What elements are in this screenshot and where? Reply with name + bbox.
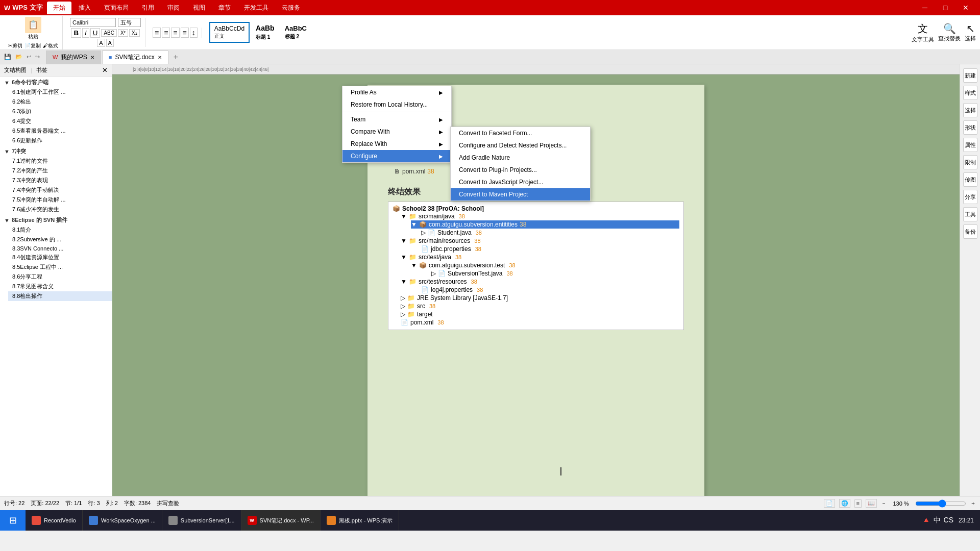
sidebar-item-6-6[interactable]: 6.6更新操作 xyxy=(8,136,112,145)
sidebar-tab-structure[interactable]: 文结构图 xyxy=(4,66,27,74)
menu-profile-as[interactable]: Profile As ▶ xyxy=(342,86,451,98)
zoom-slider[interactable] xyxy=(915,499,966,508)
taskbar-blackboard-pptx[interactable]: 黑板.pptx - WPS 演示 xyxy=(321,510,400,531)
menu-restore-history[interactable]: Restore from Local History... xyxy=(342,98,451,111)
submenu-convert-js[interactable]: Convert to JavaScript Project... xyxy=(451,176,590,188)
sidebar-item-7-5[interactable]: 7.5冲突的半自动解 ... xyxy=(8,195,112,205)
font-size-input[interactable] xyxy=(118,18,141,27)
tab-chapter[interactable]: 章节 xyxy=(212,2,237,14)
doc-tab-my-wps[interactable]: W 我的WPS ✕ xyxy=(46,51,101,64)
strikethrough-button[interactable]: ABC xyxy=(101,29,117,37)
select-all-button[interactable]: 选择 xyxy=(963,103,977,117)
share-button[interactable]: 分享 xyxy=(963,190,977,204)
format-brush[interactable]: 🖌格式 xyxy=(43,42,58,49)
align-right-button[interactable]: ≡ xyxy=(171,28,179,38)
sidebar-item-6-3[interactable]: 6.3添加 xyxy=(8,107,112,116)
style-panel-button[interactable]: 样式 xyxy=(963,86,977,100)
quick-open[interactable]: 📂 xyxy=(13,53,24,61)
tab-home[interactable]: 开始 xyxy=(47,2,71,14)
taskbar-workspace-oxygen[interactable]: WorkSpaceOxygen ... xyxy=(83,510,162,531)
align-left-button[interactable]: ≡ xyxy=(153,28,161,38)
new-document-button[interactable]: 新建 xyxy=(963,68,977,83)
quick-save[interactable]: 💾 xyxy=(2,53,13,61)
tool-button[interactable]: 工具 xyxy=(963,207,977,221)
zoom-in-button[interactable]: ＋ xyxy=(970,499,976,507)
tab-review[interactable]: 审阅 xyxy=(161,2,186,14)
copy-button[interactable]: 📄复制 xyxy=(24,42,41,49)
doc-tab-svn[interactable]: ■ SVN笔记.docx ✕ xyxy=(102,51,168,64)
view-mode-print[interactable]: 📄 xyxy=(824,499,835,508)
maximize-button[interactable]: □ xyxy=(935,0,955,15)
find-replace-button[interactable]: 🔍 查找替换 xyxy=(938,22,961,42)
underline-button[interactable]: U xyxy=(90,28,101,38)
system-tray-icon-1[interactable]: 🔺 xyxy=(922,516,930,525)
submenu-convert-faceted[interactable]: Convert to Faceted Form... xyxy=(451,127,590,139)
highlight-button[interactable]: A xyxy=(106,39,114,47)
menu-compare-with[interactable]: Compare With ▶ xyxy=(342,126,451,138)
subscript-button[interactable]: X₂ xyxy=(129,29,140,37)
style-normal[interactable]: AaBbCcDd正文 xyxy=(209,22,250,43)
sidebar-item-7-6[interactable]: 7.6减少冲突的发生 xyxy=(8,205,112,214)
taskbar-record-vedio[interactable]: RecordVedio xyxy=(26,510,83,531)
view-mode-web[interactable]: 🌐 xyxy=(839,499,850,508)
quick-undo[interactable]: ↩ xyxy=(24,53,33,61)
close-my-wps-tab[interactable]: ✕ xyxy=(90,55,94,60)
italic-button[interactable]: I xyxy=(82,28,89,38)
sidebar-item-8-4[interactable]: 8.4创建资源库位置 xyxy=(8,253,112,262)
sidebar-item-8-6[interactable]: 8.6分享工程 xyxy=(8,272,112,282)
sidebar-item-8-8[interactable]: 8.8检出操作 xyxy=(8,291,112,301)
cut-button[interactable]: ✂剪切 xyxy=(8,42,22,49)
tab-developer[interactable]: 开发工具 xyxy=(238,2,275,14)
tab-cloud[interactable]: 云服务 xyxy=(276,2,306,14)
superscript-button[interactable]: X² xyxy=(118,29,128,37)
taskbar-subversion-server[interactable]: SubversionServer[1... xyxy=(162,510,241,531)
sidebar-item-8-1[interactable]: 8.1简介 xyxy=(8,225,112,235)
tab-insert[interactable]: 插入 xyxy=(72,2,97,14)
style-heading1[interactable]: AaBb标题 1 xyxy=(252,22,279,43)
system-tray-icon-2[interactable]: 中 xyxy=(934,516,941,525)
justify-button[interactable]: ≡ xyxy=(181,28,189,38)
sidebar-item-6-4[interactable]: 6.4提交 xyxy=(8,116,112,126)
sidebar-section-6[interactable]: ▼ 6命令行客户端 xyxy=(0,77,112,87)
sidebar-item-8-3[interactable]: 8.3SVN Connecto ... xyxy=(8,244,112,253)
sidebar-item-7-3[interactable]: 7.3冲突的表现 xyxy=(8,176,112,185)
font-family-input[interactable] xyxy=(70,18,116,27)
shape-button[interactable]: 形状 xyxy=(963,120,977,135)
view-mode-outline[interactable]: ≡ xyxy=(854,499,862,508)
quick-redo[interactable]: ↪ xyxy=(33,53,42,61)
align-center-button[interactable]: ≡ xyxy=(162,28,170,38)
submenu-convert-plugin[interactable]: Convert to Plug-in Projects... xyxy=(451,164,590,176)
paste-button[interactable]: 📋 粘贴 xyxy=(23,16,43,41)
sidebar-item-6-5[interactable]: 6.5查看服务器端文 ... xyxy=(8,126,112,136)
sidebar-close-button[interactable]: ✕ xyxy=(102,66,108,74)
taskbar-svn-notes[interactable]: W SVN笔记.docx - WP... xyxy=(241,510,321,531)
zoom-out-button[interactable]: － xyxy=(881,499,887,507)
sidebar-section-8[interactable]: ▼ 8Eclipse 的 SVN 插件 xyxy=(0,214,112,225)
menu-configure[interactable]: Configure ▶ xyxy=(342,150,451,162)
close-svn-tab[interactable]: ✕ xyxy=(158,55,162,60)
style-heading2[interactable]: AaBbC标题 2 xyxy=(281,22,311,42)
sidebar-item-8-5[interactable]: 8.5Eclipse 工程中 ... xyxy=(8,262,112,272)
sidebar-item-6-2[interactable]: 6.2检出 xyxy=(8,97,112,107)
limit-button[interactable]: 限制 xyxy=(963,155,977,169)
sidebar-item-8-2[interactable]: 8.2Subversive 的 ... xyxy=(8,235,112,244)
font-color-button[interactable]: A xyxy=(97,39,105,47)
view-mode-read[interactable]: 📖 xyxy=(866,499,877,508)
new-tab-button[interactable]: + xyxy=(169,52,182,63)
menu-replace-with[interactable]: Replace With ▶ xyxy=(342,138,451,150)
tab-reference[interactable]: 引用 xyxy=(136,2,160,14)
menu-team[interactable]: Team ▶ xyxy=(342,113,451,126)
select-button[interactable]: ↖ 选择 xyxy=(965,22,976,42)
line-spacing-button[interactable]: ↕ xyxy=(190,28,198,38)
sidebar-item-6-1[interactable]: 6.1创建两个工作区 ... xyxy=(8,87,112,97)
submenu-add-gradle[interactable]: Add Gradle Nature xyxy=(451,152,590,164)
tab-view[interactable]: 视图 xyxy=(187,2,211,14)
sidebar-item-7-2[interactable]: 7.2冲突的产生 xyxy=(8,166,112,176)
pass-button[interactable]: 传图 xyxy=(963,172,977,187)
sidebar-item-7-4[interactable]: 7.4冲突的手动解决 xyxy=(8,185,112,195)
minimize-button[interactable]: ─ xyxy=(915,0,935,15)
bold-button[interactable]: B xyxy=(71,28,81,38)
sidebar-section-7[interactable]: ▼ 7冲突 xyxy=(0,145,112,156)
sidebar-item-7-1[interactable]: 7.1过时的文件 xyxy=(8,156,112,166)
tab-page-layout[interactable]: 页面布局 xyxy=(98,2,135,14)
